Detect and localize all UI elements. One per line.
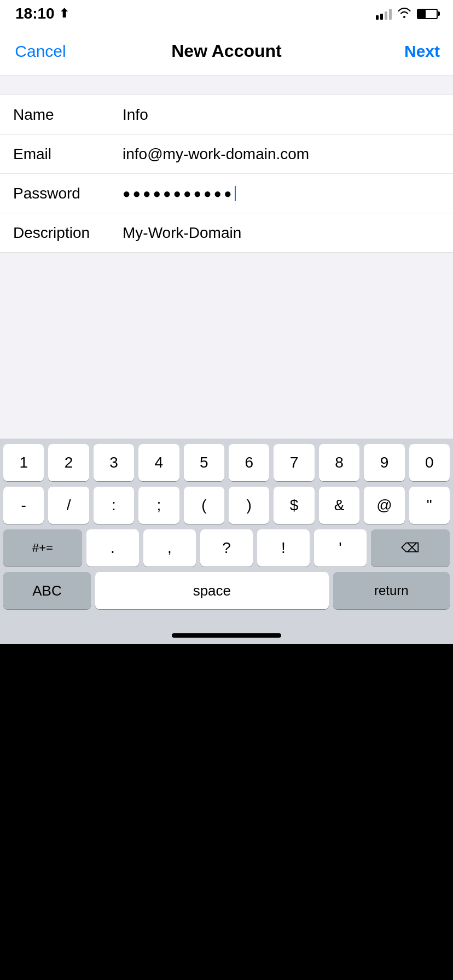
key-dollar[interactable]: $ — [274, 487, 314, 524]
key-7[interactable]: 7 — [274, 444, 314, 481]
key-at[interactable]: @ — [364, 487, 404, 524]
key-apostrophe[interactable]: ' — [314, 529, 367, 567]
key-1[interactable]: 1 — [3, 444, 44, 481]
password-label: Password — [13, 185, 123, 202]
nav-bar: Cancel New Account Next — [0, 27, 453, 75]
page-title: New Account — [68, 41, 385, 61]
key-9[interactable]: 9 — [364, 444, 404, 481]
account-form: Name Info Email info@my-work-domain.com … — [0, 95, 453, 253]
key-exclaim[interactable]: ! — [257, 529, 310, 567]
description-row: Description My-Work-Domain — [0, 213, 453, 253]
email-row: Email info@my-work-domain.com — [0, 135, 453, 174]
backspace-key[interactable]: ⌫ — [371, 529, 450, 567]
time-display: 18:10 — [15, 5, 55, 22]
key-question[interactable]: ? — [200, 529, 253, 567]
keyboard-row-bottom: ABC space return — [3, 572, 450, 609]
key-colon[interactable]: : — [94, 487, 134, 524]
key-4[interactable]: 4 — [138, 444, 179, 481]
location-icon: ⬆ — [59, 7, 69, 21]
empty-area — [0, 253, 453, 439]
status-time: 18:10 ⬆ — [15, 5, 69, 22]
home-bar — [172, 633, 281, 638]
key-5[interactable]: 5 — [184, 444, 224, 481]
home-indicator — [0, 617, 453, 644]
email-value[interactable]: info@my-work-domain.com — [123, 145, 440, 163]
key-slash[interactable]: / — [48, 487, 89, 524]
name-value[interactable]: Info — [123, 106, 440, 124]
keyboard-row-special: #+= . , ? ! ' ⌫ — [3, 529, 450, 567]
key-dash[interactable]: - — [3, 487, 44, 524]
signal-icon — [376, 8, 392, 20]
keyboard: 1 2 3 4 5 6 7 8 9 0 - / : ; ( ) $ & @ " … — [0, 439, 453, 617]
key-8[interactable]: 8 — [319, 444, 359, 481]
key-2[interactable]: 2 — [48, 444, 89, 481]
key-comma[interactable]: , — [143, 529, 196, 567]
description-value[interactable]: My-Work-Domain — [123, 224, 440, 242]
key-numpad-toggle[interactable]: #+= — [3, 529, 82, 567]
email-label: Email — [13, 145, 123, 163]
wifi-icon — [397, 7, 411, 21]
keyboard-row-numbers: 1 2 3 4 5 6 7 8 9 0 — [3, 444, 450, 481]
key-semicolon[interactable]: ; — [138, 487, 179, 524]
key-ampersand[interactable]: & — [319, 487, 359, 524]
next-button[interactable]: Next — [385, 42, 440, 61]
key-0[interactable]: 0 — [409, 444, 450, 481]
key-lparen[interactable]: ( — [184, 487, 224, 524]
key-return[interactable]: return — [333, 572, 450, 609]
key-quote[interactable]: " — [409, 487, 450, 524]
text-cursor — [235, 186, 236, 201]
key-space[interactable]: space — [95, 572, 329, 609]
status-icons — [376, 7, 438, 21]
password-value[interactable]: ●●●●●●●●●●● — [123, 186, 440, 201]
keyboard-row-symbols: - / : ; ( ) $ & @ " — [3, 487, 450, 524]
cancel-button[interactable]: Cancel — [13, 42, 68, 61]
password-dots: ●●●●●●●●●●● — [123, 186, 234, 201]
name-row: Name Info — [0, 95, 453, 135]
name-label: Name — [13, 106, 123, 124]
key-abc-toggle[interactable]: ABC — [3, 572, 91, 609]
key-3[interactable]: 3 — [94, 444, 134, 481]
key-rparen[interactable]: ) — [229, 487, 269, 524]
description-label: Description — [13, 224, 123, 242]
status-bar: 18:10 ⬆ — [0, 0, 453, 27]
battery-icon — [417, 9, 438, 19]
key-period[interactable]: . — [86, 529, 139, 567]
password-row: Password ●●●●●●●●●●● — [0, 174, 453, 213]
form-spacer — [0, 75, 453, 95]
backspace-icon: ⌫ — [401, 540, 420, 556]
key-6[interactable]: 6 — [229, 444, 269, 481]
